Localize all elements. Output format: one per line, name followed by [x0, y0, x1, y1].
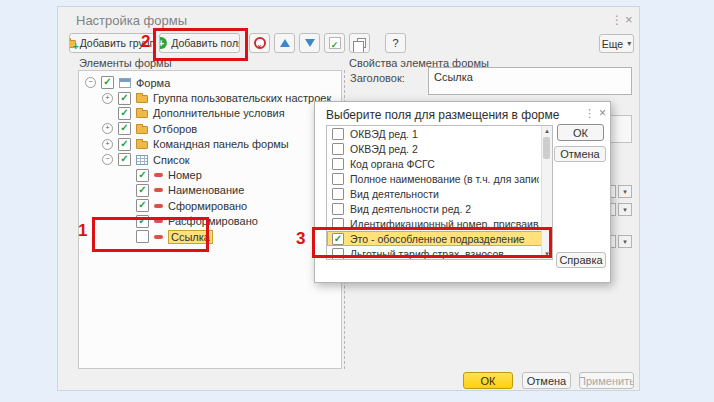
field-checkbox[interactable] — [332, 188, 344, 200]
tree-row[interactable]: ✓Наименование — [79, 183, 341, 198]
window-menu-button[interactable]: ⋮ — [611, 13, 623, 27]
field-list-item[interactable]: Идентификационный номер, присваиваемый т… — [327, 216, 552, 231]
field-checkbox[interactable] — [332, 248, 344, 260]
tree-row[interactable]: ✓Дополнительные условия — [79, 106, 341, 121]
field-label: Полное наименование (в т.ч. для записей … — [350, 173, 539, 185]
arrow-up-icon — [280, 39, 290, 47]
tree-checkbox[interactable]: ✓ — [136, 184, 149, 197]
tree-row[interactable]: +✓Группа пользовательских настроек — [79, 90, 341, 105]
field-label: Льготный тариф страх. взносов — [350, 248, 504, 260]
field-checkbox[interactable] — [332, 218, 344, 230]
tree-item-label: Расформировано — [168, 215, 258, 227]
tree-row[interactable]: −✓Список — [79, 152, 341, 167]
dialog-cancel-button[interactable]: Отмена — [554, 146, 606, 162]
tree-row[interactable]: ✓Расформировано — [79, 214, 341, 229]
scroll-up-icon[interactable]: ▴ — [542, 126, 552, 136]
cancel-button[interactable]: Отмена — [522, 372, 571, 389]
field-label: ОКВЭД ред. 2 — [350, 143, 418, 155]
tree-row[interactable]: +✓Отборов — [79, 121, 341, 136]
expand-icon[interactable]: + — [102, 93, 113, 104]
tree-row[interactable]: ✓Сформировано — [79, 198, 341, 213]
add-fields-button[interactable]: Добавить поля — [159, 33, 240, 53]
dialog-ok-button[interactable]: ОК — [557, 124, 604, 141]
close-icon: × — [599, 106, 606, 120]
tree-row[interactable]: −✓Форма — [79, 75, 341, 90]
tree-item-label: Ссылка — [168, 230, 213, 244]
tree-row[interactable]: +✓Командная панель формы — [79, 137, 341, 152]
tree-checkbox[interactable]: ✓ — [118, 122, 131, 135]
field-icon — [154, 235, 163, 239]
field-list-item[interactable]: Льготный тариф страх. взносов — [327, 246, 552, 260]
field-list-item[interactable]: Вид деятельности — [327, 186, 552, 201]
tree-item-label: Форма — [136, 77, 170, 89]
window-close-button[interactable]: × — [625, 12, 633, 27]
check-all-button[interactable] — [324, 33, 345, 53]
help-button[interactable]: ? — [385, 33, 406, 53]
tree-row[interactable]: Ссылка — [79, 229, 341, 244]
scroll-thumb[interactable] — [543, 137, 550, 159]
expand-icon[interactable]: + — [102, 139, 113, 150]
field-list-item[interactable]: Полное наименование (в т.ч. для записей … — [327, 171, 552, 186]
collapse-icon[interactable]: − — [85, 77, 96, 88]
dropdown-arrow-icon[interactable]: ▾ — [618, 235, 632, 248]
delete-button[interactable] — [249, 33, 270, 53]
field-list-item[interactable]: Код органа ФСГС — [327, 156, 552, 171]
move-up-button[interactable] — [274, 33, 295, 53]
help-label: ? — [392, 37, 398, 49]
close-icon: × — [625, 12, 633, 27]
add-group-button[interactable]: Добавить группу — [69, 33, 155, 53]
arrow-down-icon — [305, 39, 315, 47]
field-checkbox[interactable] — [332, 203, 344, 215]
dialog-help-label: Справка — [559, 254, 602, 266]
apply-button[interactable]: Применить — [579, 372, 634, 389]
add-fields-label: Добавить поля — [171, 37, 240, 49]
tree-checkbox[interactable]: ✓ — [118, 138, 131, 151]
dialog-ok-label: ОК — [573, 127, 588, 139]
tree-item-label: Наименование — [168, 184, 244, 196]
field-list-item[interactable]: ОКВЭД ред. 2 — [327, 141, 552, 156]
field-list-item[interactable]: ОКВЭД ред. 1 — [327, 126, 552, 141]
field-checkbox[interactable] — [332, 128, 344, 140]
tree-checkbox[interactable]: ✓ — [118, 153, 131, 166]
tree-checkbox[interactable]: ✓ — [136, 215, 149, 228]
field-list-item[interactable]: Вид деятельности ред. 2 — [327, 201, 552, 216]
field-checkbox[interactable] — [332, 158, 344, 170]
tree-checkbox[interactable]: ✓ — [118, 107, 131, 120]
field-checkbox[interactable] — [332, 143, 344, 155]
tree-item-label: Группа пользовательских настроек — [153, 92, 331, 104]
scrollbar[interactable]: ▴ ▾ — [541, 126, 552, 259]
copy-button[interactable] — [349, 33, 370, 53]
move-down-button[interactable] — [299, 33, 320, 53]
field-label: Идентификационный номер, присваиваемый т… — [350, 218, 539, 230]
dialog-close-button[interactable]: × — [599, 106, 606, 120]
tree-checkbox[interactable]: ✓ — [101, 76, 114, 89]
title-property-label: Заголовок: — [350, 72, 405, 84]
plus-circle-icon — [159, 37, 167, 49]
tree-row[interactable]: ✓Номер — [79, 167, 341, 182]
field-icon — [154, 188, 163, 192]
scroll-down-icon[interactable]: ▾ — [542, 249, 552, 259]
tree-item-label: Сформировано — [168, 200, 247, 212]
field-icon — [154, 173, 163, 177]
dialog-menu-button[interactable]: ⋮ — [584, 107, 595, 120]
form-icon — [119, 78, 131, 88]
tree-item-label: Дополнительные условия — [153, 107, 285, 119]
tree-checkbox[interactable] — [136, 230, 149, 243]
table-icon — [136, 155, 148, 165]
tree-checkbox[interactable]: ✓ — [136, 169, 149, 182]
field-checkbox[interactable] — [332, 173, 344, 185]
tree-checkbox[interactable]: ✓ — [118, 92, 131, 105]
more-button[interactable]: Еще ▾ — [599, 34, 634, 53]
expand-icon[interactable]: + — [102, 123, 113, 134]
field-icon — [154, 204, 163, 208]
dropdown-arrow-icon[interactable]: ▾ — [618, 203, 632, 216]
tree-checkbox[interactable]: ✓ — [136, 199, 149, 212]
collapse-icon[interactable]: − — [102, 154, 113, 165]
field-checkbox[interactable]: ✓ — [332, 233, 344, 245]
dialog-help-button[interactable]: Справка — [556, 252, 606, 268]
dropdown-arrow-icon[interactable]: ▾ — [618, 185, 632, 198]
title-property-input[interactable]: Ссылка — [428, 67, 632, 95]
ok-button[interactable]: ОК — [463, 372, 513, 389]
folder-icon — [136, 141, 148, 149]
field-list-item[interactable]: ✓Это - обособленное подразделение — [327, 231, 552, 246]
